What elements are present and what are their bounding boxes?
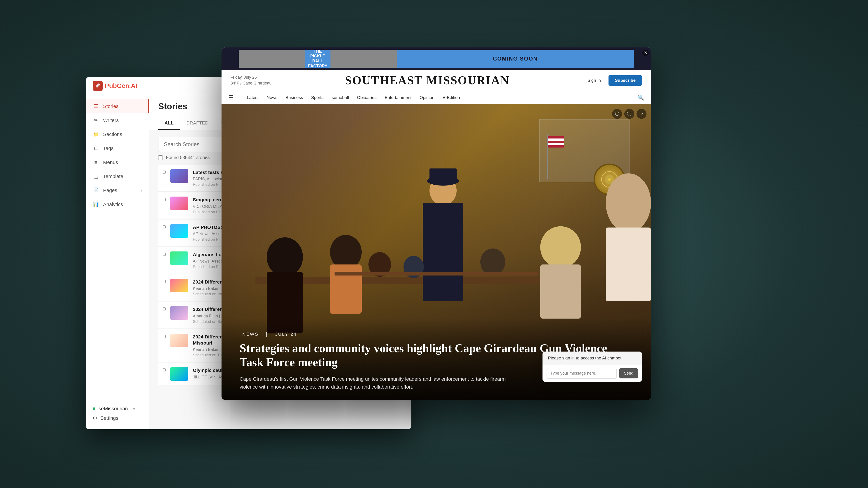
news-window: THE PICKLE BALL FACTORY COMING SOON ✕ Fr… bbox=[221, 47, 651, 400]
nav-item-news[interactable]: News bbox=[263, 91, 282, 104]
sidebar-item-analytics[interactable]: 📊 Analytics bbox=[86, 197, 149, 212]
svg-rect-11 bbox=[430, 168, 457, 182]
nav-item-sports[interactable]: Sports bbox=[307, 91, 328, 104]
chatbot-send-button[interactable]: Send bbox=[619, 368, 638, 379]
svg-rect-15 bbox=[606, 228, 651, 301]
story-thumbnail bbox=[170, 367, 188, 381]
news-ad-banner: THE PICKLE BALL FACTORY COMING SOON ✕ bbox=[221, 47, 651, 70]
results-count-text: Found 539441 stories bbox=[166, 155, 210, 160]
sidebar-item-tags[interactable]: 🏷 Tags bbox=[86, 141, 149, 156]
sidebar-settings-item[interactable]: ⚙ Settings bbox=[93, 412, 142, 425]
sidebar-item-pages[interactable]: 📄 Pages › bbox=[86, 184, 149, 197]
news-auth-buttons: Sign In Subscribe bbox=[583, 75, 642, 86]
template-icon: ⬚ bbox=[93, 173, 99, 180]
news-ad-inner: THE PICKLE BALL FACTORY COMING SOON bbox=[239, 50, 634, 68]
sidebar-item-label: Stories bbox=[103, 103, 119, 109]
news-ad-logo: THE PICKLE BALL FACTORY bbox=[305, 50, 331, 68]
ad-brand-line3: BALL bbox=[308, 59, 327, 64]
tab-all[interactable]: ALL bbox=[158, 117, 180, 130]
hero-category-label: NEWS bbox=[242, 332, 258, 337]
nav-item-latest[interactable]: Latest bbox=[243, 91, 263, 104]
hero-separator: | bbox=[266, 332, 268, 337]
nav-item-obituaries[interactable]: Obituaries bbox=[353, 91, 381, 104]
sidebar-item-label: Analytics bbox=[103, 201, 123, 207]
chatbot-input-area: Send bbox=[542, 365, 642, 382]
ad-brand-line1: THE bbox=[308, 50, 327, 54]
sidebar-item-label: Tags bbox=[103, 145, 114, 151]
svg-rect-7 bbox=[330, 265, 362, 314]
story-thumbnail bbox=[170, 334, 188, 347]
ad-brand-line2: PICKLE bbox=[308, 54, 327, 59]
video-controls: ⓘ ⛶ ↗ bbox=[612, 109, 647, 119]
hero-date-label: JULY 24 bbox=[275, 332, 297, 337]
pages-icon: 📄 bbox=[93, 188, 99, 193]
news-date: Friday, July 26 bbox=[230, 74, 272, 80]
org-name: seMissourian bbox=[98, 406, 128, 412]
svg-point-18 bbox=[480, 249, 505, 275]
story-checkbox[interactable] bbox=[163, 280, 166, 283]
hero-category: NEWS | JULY 24 bbox=[240, 332, 633, 337]
nav-item-eedition[interactable]: E-Edition bbox=[438, 91, 464, 104]
story-thumbnail bbox=[170, 197, 188, 210]
video-fullscreen-button[interactable]: ⛶ bbox=[624, 109, 634, 119]
svg-rect-19 bbox=[335, 272, 538, 275]
cms-logo-name: PubGen.AI bbox=[105, 82, 137, 90]
sidebar-org-selector[interactable]: seMissourian ▾ bbox=[93, 406, 142, 412]
news-ad-cta: COMING SOON bbox=[397, 50, 634, 68]
story-checkbox[interactable] bbox=[163, 198, 166, 201]
story-checkbox[interactable] bbox=[163, 368, 166, 371]
sidebar-item-menus[interactable]: ≡ Menus bbox=[86, 156, 149, 169]
nav-item-entertainment[interactable]: Entertainment bbox=[381, 91, 415, 104]
sidebar-footer: seMissourian ▾ ⚙ Settings bbox=[86, 401, 149, 429]
sidebar-item-label: Menus bbox=[103, 160, 118, 165]
cms-logo-icon: 🗞 bbox=[93, 81, 103, 91]
story-thumbnail bbox=[170, 306, 188, 320]
sidebar-item-label: Writers bbox=[103, 118, 119, 123]
video-info-button[interactable]: ⓘ bbox=[612, 109, 622, 119]
story-thumbnail bbox=[170, 252, 188, 265]
story-thumbnail bbox=[170, 169, 188, 183]
nav-item-business[interactable]: Business bbox=[281, 91, 307, 104]
sidebar-item-template[interactable]: ⬚ Template bbox=[86, 169, 149, 184]
stories-icon: ☰ bbox=[93, 103, 99, 109]
writers-icon: ✏ bbox=[93, 118, 99, 123]
svg-rect-9 bbox=[423, 203, 463, 301]
chatbot-input[interactable] bbox=[547, 368, 617, 379]
story-thumbnail bbox=[170, 279, 188, 292]
story-checkbox[interactable] bbox=[163, 170, 166, 173]
story-checkbox[interactable] bbox=[163, 307, 166, 311]
svg-rect-13 bbox=[540, 265, 581, 319]
svg-point-6 bbox=[330, 235, 362, 269]
subscribe-button[interactable]: Subscribe bbox=[609, 75, 642, 86]
news-ad-left: THE PICKLE BALL FACTORY bbox=[239, 50, 397, 68]
sidebar-item-writers[interactable]: ✏ Writers bbox=[86, 113, 149, 127]
hero-excerpt: Cape Girardeau's first Gun Violence Task… bbox=[240, 375, 511, 391]
nav-item-opinion[interactable]: Opinion bbox=[415, 91, 438, 104]
settings-label: Settings bbox=[100, 415, 119, 421]
story-thumbnail bbox=[170, 224, 188, 238]
ai-chatbot: Please sign in to access the AI chatbot … bbox=[542, 352, 642, 382]
story-checkbox[interactable] bbox=[163, 225, 166, 228]
sidebar-item-sections[interactable]: 📁 Sections bbox=[86, 127, 149, 141]
sidebar-item-stories[interactable]: ☰ Stories bbox=[86, 99, 149, 113]
svg-point-14 bbox=[606, 173, 651, 232]
video-share-button[interactable]: ↗ bbox=[637, 109, 647, 119]
org-status-dot bbox=[93, 408, 95, 410]
nav-item-semoball[interactable]: semoball bbox=[328, 91, 353, 104]
sections-icon: 📁 bbox=[93, 131, 99, 137]
tab-drafted[interactable]: DRAFTED bbox=[180, 117, 215, 130]
select-all-checkbox[interactable] bbox=[158, 156, 163, 160]
tags-icon: 🏷 bbox=[93, 145, 99, 151]
news-hero: ⭐ bbox=[221, 104, 651, 400]
news-ad-close-button[interactable]: ✕ bbox=[643, 50, 649, 56]
news-header-top: Friday, July 26 84°F / Cape Girardeau SO… bbox=[221, 70, 651, 91]
story-checkbox[interactable] bbox=[163, 253, 166, 256]
signin-button[interactable]: Sign In bbox=[583, 76, 605, 85]
hamburger-menu-icon[interactable]: ☰ bbox=[228, 94, 238, 101]
sidebar-item-label: Template bbox=[103, 173, 123, 180]
search-icon[interactable]: 🔍 bbox=[638, 94, 644, 101]
settings-icon: ⚙ bbox=[93, 415, 97, 421]
ad-brand-line4: FACTORY bbox=[308, 64, 327, 68]
svg-point-12 bbox=[540, 226, 581, 268]
story-checkbox[interactable] bbox=[163, 335, 166, 338]
